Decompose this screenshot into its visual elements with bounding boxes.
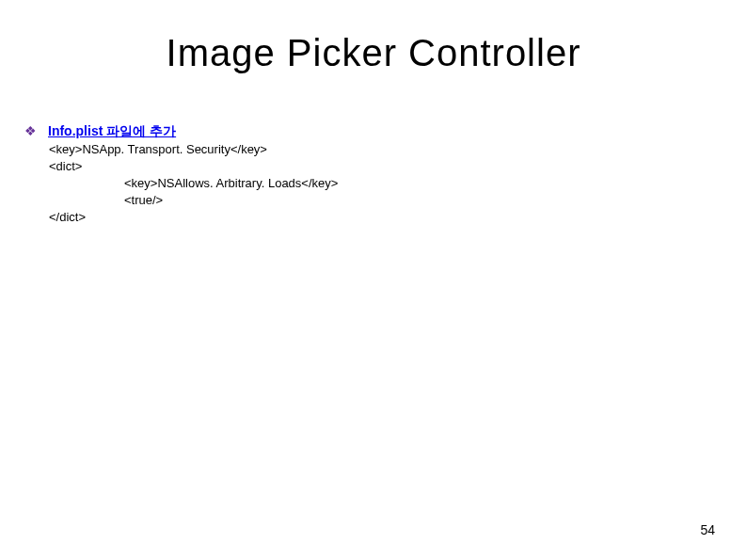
code-line: </dict>: [49, 209, 338, 226]
code-line: <key>NSAllows. Arbitrary. Loads</key>: [124, 175, 338, 192]
bullet-item: ❖ Info.plist 파일에 추가: [24, 122, 338, 139]
code-line: <dict>: [49, 158, 338, 175]
content-block: ❖ Info.plist 파일에 추가 <key>NSApp. Transpor…: [24, 122, 338, 226]
code-line: <key>NSApp. Transport. Security</key>: [49, 141, 338, 158]
code-line: <true/>: [124, 192, 338, 209]
page-title: Image Picker Controller: [0, 32, 747, 74]
bullet-heading: Info.plist 파일에 추가: [48, 122, 176, 139]
page-number: 54: [700, 522, 715, 537]
code-block: <key>NSApp. Transport. Security</key> <d…: [49, 141, 338, 226]
bullet-icon: ❖: [24, 122, 37, 139]
